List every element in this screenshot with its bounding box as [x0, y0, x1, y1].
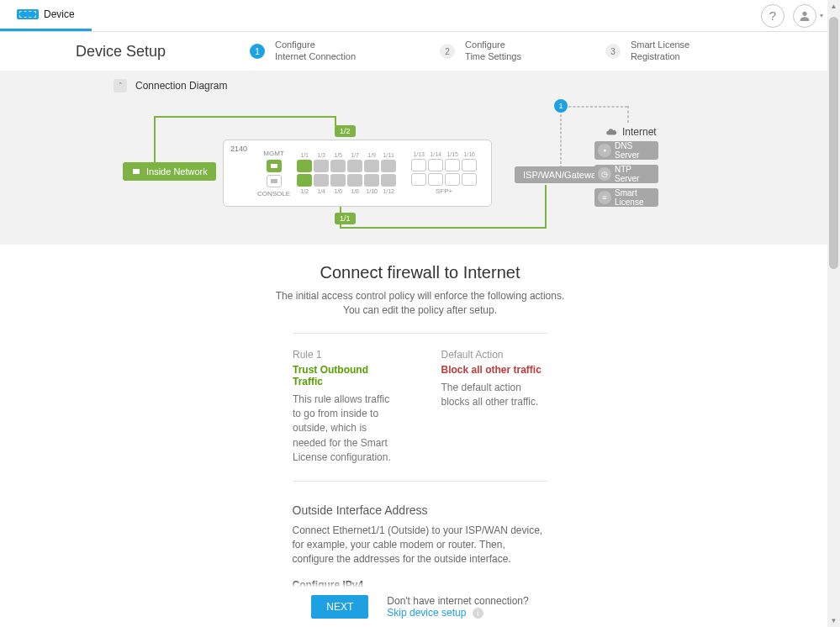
port-1-10	[364, 174, 379, 187]
step-3[interactable]: 3 Smart License Registration	[605, 40, 689, 63]
port-lbl: 1/11	[381, 152, 396, 158]
sfp-port	[445, 159, 460, 171]
network-icon	[131, 166, 141, 177]
clock-icon: ◷	[598, 167, 611, 181]
port-lbl: 1/7	[347, 152, 362, 158]
scrollbar-down-icon[interactable]: ▼	[827, 614, 840, 627]
collapse-diagram-button[interactable]: ˄	[114, 79, 127, 92]
server-icon: ▪	[598, 144, 611, 157]
topbar: Device ? ▾	[0, 0, 840, 32]
divider	[293, 333, 547, 334]
sfp-port	[428, 159, 443, 171]
port-1-5	[330, 160, 346, 172]
help-icon[interactable]: ?	[761, 4, 785, 28]
scrollbar[interactable]: ▲ ▼	[827, 0, 840, 627]
port-lbl: 1/2	[297, 188, 312, 194]
sfp-port	[462, 159, 477, 171]
port-lbl: 1/5	[330, 152, 346, 158]
next-button[interactable]: NEXT	[311, 595, 368, 619]
dns-server-pill: ▪ DNS Server	[594, 141, 658, 160]
internet-label: Internet	[605, 126, 657, 138]
step-2-num: 2	[440, 44, 455, 59]
outside-heading: Outside Interface Address	[293, 503, 548, 517]
sfp-label: SFP+	[411, 187, 477, 195]
cisco-icon: ≡	[598, 191, 611, 204]
port-badge-top: 1/2	[335, 125, 356, 137]
console-label: CONSOLE	[257, 190, 290, 198]
user-icon	[793, 4, 816, 28]
sfp-port	[462, 173, 477, 186]
rule2-title: Block all other traffic	[441, 364, 548, 376]
chevron-down-icon: ▾	[820, 12, 823, 19]
port-lbl: 1/10	[364, 188, 379, 194]
subheader: Device Setup 1 Configure Internet Connec…	[0, 32, 840, 71]
port-badge-bottom: 1/1	[335, 213, 356, 224]
mgmt-port	[267, 160, 282, 172]
device-icon	[17, 9, 39, 19]
sfp-lbl: 1/15	[445, 151, 460, 157]
port-1-8	[347, 174, 362, 187]
diagram-dashed	[560, 106, 627, 108]
sfp-lbl: 1/16	[462, 151, 477, 157]
ntp-label: NTP Server	[615, 165, 658, 183]
inside-network-node: Inside Network	[123, 162, 216, 181]
diagram-step-badge: 1	[554, 99, 568, 113]
svg-rect-1	[133, 169, 140, 174]
device-chassis: 2140 MGMT CONSOLE 1/1 1/3 1/5 1/7 1/9 1/…	[223, 140, 492, 207]
rule2-body: The default action blocks all other traf…	[441, 381, 548, 410]
port-1-9	[364, 160, 379, 172]
port-lbl: 1/3	[314, 152, 329, 158]
cloud-icon	[605, 126, 617, 138]
sfp-port	[445, 173, 460, 186]
port-lbl: 1/9	[364, 152, 379, 158]
sfp-port	[411, 159, 426, 171]
diagram-label: Connection Diagram	[135, 80, 227, 92]
svg-point-0	[802, 11, 806, 15]
step-1-num: 1	[250, 44, 265, 59]
rule1-title: Trust Outbound Traffic	[293, 364, 399, 387]
content-title: Connect firewall to Internet	[151, 263, 689, 282]
scrollbar-thumb[interactable]	[829, 17, 838, 269]
subtitle-1: The initial access control policy will e…	[276, 290, 565, 302]
scrollbar-up-icon[interactable]: ▲	[827, 0, 840, 13]
svg-rect-2	[271, 164, 277, 168]
step-1[interactable]: 1 Configure Internet Connection	[250, 40, 356, 63]
divider	[293, 481, 547, 482]
skip-setup-link[interactable]: Skip device setup	[387, 607, 466, 619]
port-1-12	[381, 174, 396, 187]
dns-label: DNS Server	[615, 141, 658, 160]
page-title: Device Setup	[76, 43, 166, 61]
port-lbl: 1/6	[330, 188, 346, 194]
smart-license-pill: ≡ Smart License	[594, 188, 658, 207]
step-2-line2: Time Settings	[465, 51, 521, 61]
port-1-2	[297, 174, 312, 187]
step-1-line2: Internet Connection	[275, 51, 356, 61]
step-3-line1: Smart License	[631, 40, 689, 50]
ntp-server-pill: ◷ NTP Server	[594, 165, 658, 183]
sfp-lbl: 1/13	[411, 151, 426, 157]
info-icon[interactable]: i	[473, 608, 483, 619]
inside-network-label: Inside Network	[146, 166, 208, 177]
outside-desc: Connect Ethernet1/1 (Outside) to your IS…	[293, 524, 548, 567]
port-1-6	[330, 174, 346, 187]
console-port	[267, 175, 282, 187]
chassis-model: 2140	[230, 145, 247, 153]
subtitle-2: You can edit the policy after setup.	[343, 304, 497, 316]
port-1-3	[314, 160, 329, 172]
step-3-line2: Registration	[631, 51, 680, 61]
step-2-line1: Configure	[465, 40, 505, 50]
diagram-line	[545, 185, 547, 229]
sfp-port	[428, 173, 443, 186]
diagram-dashed	[560, 106, 562, 168]
diagram-dashed	[627, 106, 629, 123]
footer-prompt: Don't have internet connection?	[387, 595, 528, 607]
tab-device[interactable]: Device	[0, 0, 92, 31]
svg-rect-3	[271, 179, 277, 183]
port-1-4	[314, 174, 329, 187]
step-2[interactable]: 2 Configure Time Settings	[440, 40, 521, 63]
diagram-line	[340, 227, 545, 229]
tab-device-label: Device	[44, 8, 75, 20]
rule1-small: Rule 1	[293, 349, 399, 361]
profile-menu[interactable]: ▾	[793, 4, 823, 28]
port-lbl: 1/8	[347, 188, 362, 194]
